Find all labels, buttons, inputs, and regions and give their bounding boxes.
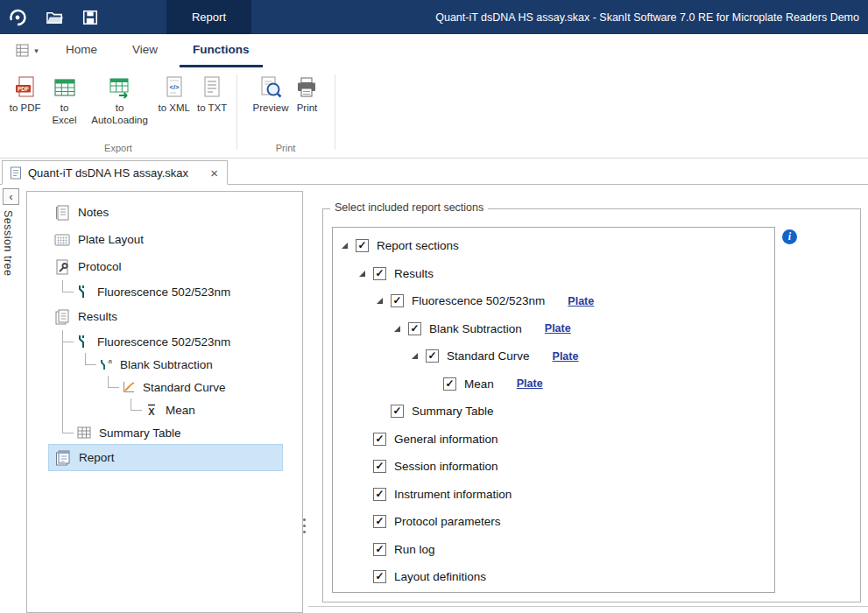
standard-curve-icon xyxy=(122,380,136,394)
tree-item-notes[interactable]: Notes xyxy=(48,199,283,226)
quick-access-toolbar xyxy=(0,0,166,34)
notes-icon xyxy=(53,204,71,222)
section-row-standard-curve[interactable]: ✓ Standard Curve Plate xyxy=(333,342,774,370)
tree-guide xyxy=(99,398,122,421)
blank-subtraction-icon: -B xyxy=(99,357,113,371)
tree-item-blank-subtraction[interactable]: -B Blank Subtraction xyxy=(48,353,283,376)
tree-item-fluorescence-results[interactable]: Fluorescence 502/523nm xyxy=(48,330,283,353)
tree-item-fluorescence[interactable]: Fluorescence 502/523nm xyxy=(48,280,283,303)
expander-icon[interactable] xyxy=(359,271,365,277)
tree-item-protocol[interactable]: Protocol xyxy=(48,253,283,280)
check-icon: ✓ xyxy=(392,405,401,416)
info-icon[interactable]: i xyxy=(782,229,797,244)
tree-item-label: Fluorescence 502/523nm xyxy=(97,335,230,349)
checkbox[interactable]: ✓ xyxy=(373,460,386,473)
tree-item-label: Report xyxy=(79,451,115,464)
section-label: Instrument information xyxy=(394,488,512,501)
plate-link[interactable]: Plate xyxy=(553,350,579,363)
check-icon: ✓ xyxy=(375,544,384,554)
checkbox[interactable]: ✓ xyxy=(391,405,404,418)
svg-text:X: X xyxy=(148,406,155,417)
section-row-mean[interactable]: ✓ Mean Plate xyxy=(333,370,774,398)
document-tab[interactable]: Quant-iT dsDNA HS assay.skax × xyxy=(2,160,228,185)
checkbox[interactable]: ✓ xyxy=(373,433,386,446)
section-row-report-sections[interactable]: ✓ Report sections xyxy=(333,232,774,260)
tree-guide xyxy=(53,280,76,303)
checkbox[interactable]: ✓ xyxy=(408,322,421,335)
group-label-print: Print xyxy=(242,143,329,154)
tree-item-summary-table[interactable]: Summary Table xyxy=(48,421,283,444)
tree-item-label: Standard Curve xyxy=(143,381,226,394)
tree-item-plate-layout[interactable]: Plate Layout xyxy=(48,226,283,253)
session-tree-panel: Notes Plate Layout Protocol xyxy=(26,191,303,613)
save-icon[interactable] xyxy=(81,9,99,26)
plate-link[interactable]: Plate xyxy=(517,377,543,390)
checkbox[interactable]: ✓ xyxy=(391,294,404,307)
tree-guide xyxy=(122,398,145,421)
to-pdf-button[interactable]: PDF to PDF xyxy=(6,72,45,116)
to-excel-button[interactable]: to Excel xyxy=(45,72,85,129)
expander-icon[interactable] xyxy=(394,326,400,332)
section-row-summary-table[interactable]: ✓ Summary Table xyxy=(333,398,774,426)
close-icon[interactable]: × xyxy=(208,166,220,180)
button-label: to Excel xyxy=(48,102,81,127)
tab-view[interactable]: View xyxy=(119,34,171,67)
print-button[interactable]: Print xyxy=(292,72,321,116)
to-autoloading-button[interactable]: to AutoLoading xyxy=(85,72,155,129)
report-icon xyxy=(54,449,72,467)
bottom-divider xyxy=(308,606,868,607)
section-row-run-log[interactable]: ✓ Run log xyxy=(333,536,774,564)
fluorescence-icon xyxy=(76,285,90,299)
tree-item-label: Results xyxy=(78,310,117,323)
section-label: Run log xyxy=(394,543,435,556)
panel-splitter-handle[interactable] xyxy=(303,518,306,533)
plate-layout-icon xyxy=(53,231,71,249)
printer-icon xyxy=(295,76,318,99)
app-menu-button[interactable]: ▾ xyxy=(0,34,53,67)
excel-file-icon xyxy=(53,76,76,99)
check-icon: ✓ xyxy=(375,571,384,581)
check-icon: ✓ xyxy=(375,516,384,526)
document-tab-bar: Quant-iT dsDNA HS assay.skax × xyxy=(0,159,868,185)
collapse-panel-button[interactable]: ‹ xyxy=(3,188,19,205)
checkbox[interactable]: ✓ xyxy=(373,543,386,556)
to-xml-button[interactable]: </> to XML xyxy=(155,72,194,116)
tree-item-standard-curve[interactable]: Standard Curve xyxy=(48,376,283,398)
protocol-icon xyxy=(53,258,71,276)
groupbox-title: Select included report sections xyxy=(330,201,488,214)
tab-functions[interactable]: Functions xyxy=(180,34,263,67)
section-row-blank-subtraction[interactable]: ✓ Blank Subtraction Plate xyxy=(333,315,774,343)
checkbox[interactable]: ✓ xyxy=(356,239,369,252)
tree-item-mean[interactable]: X Mean xyxy=(48,398,283,421)
preview-button[interactable]: Preview xyxy=(250,72,293,116)
plate-link[interactable]: Plate xyxy=(568,295,594,307)
checkbox[interactable]: ✓ xyxy=(373,267,386,280)
expander-icon[interactable] xyxy=(342,243,348,249)
tree-item-report[interactable]: Report xyxy=(48,444,283,471)
section-row-instrument-information[interactable]: ✓ Instrument information xyxy=(333,481,774,509)
section-row-results[interactable]: ✓ Results xyxy=(333,260,774,288)
tree-item-results[interactable]: Results xyxy=(48,303,283,330)
open-file-icon[interactable] xyxy=(46,8,64,26)
expander-icon[interactable] xyxy=(412,353,418,359)
ribbon-separator xyxy=(335,74,335,150)
expander-icon[interactable] xyxy=(377,298,383,304)
plate-link[interactable]: Plate xyxy=(545,322,571,335)
tab-home[interactable]: Home xyxy=(53,34,110,67)
tree-guide xyxy=(53,421,76,444)
checkbox[interactable]: ✓ xyxy=(373,515,386,528)
section-row-general-information[interactable]: ✓ General information xyxy=(333,426,774,454)
to-txt-button[interactable]: to TXT xyxy=(194,72,230,116)
checkbox[interactable]: ✓ xyxy=(373,570,386,583)
section-row-fluorescence[interactable]: ✓ Fluorescence 502/523nm Plate xyxy=(333,287,774,315)
title-bar: Report Quant-iT dsDNA HS assay.skax - Sk… xyxy=(0,0,868,34)
summary-table-icon xyxy=(76,425,92,440)
titlebar-report-tab[interactable]: Report xyxy=(166,0,251,34)
checkbox[interactable]: ✓ xyxy=(443,377,456,391)
section-row-protocol-parameters[interactable]: ✓ Protocol parameters xyxy=(333,508,774,536)
checkbox[interactable]: ✓ xyxy=(426,349,439,363)
checkbox[interactable]: ✓ xyxy=(373,488,386,501)
section-row-layout-definitions[interactable]: ✓ Layout definitions xyxy=(333,563,774,591)
section-row-session-information[interactable]: ✓ Session information xyxy=(333,453,774,481)
button-label: to XML xyxy=(159,102,190,115)
